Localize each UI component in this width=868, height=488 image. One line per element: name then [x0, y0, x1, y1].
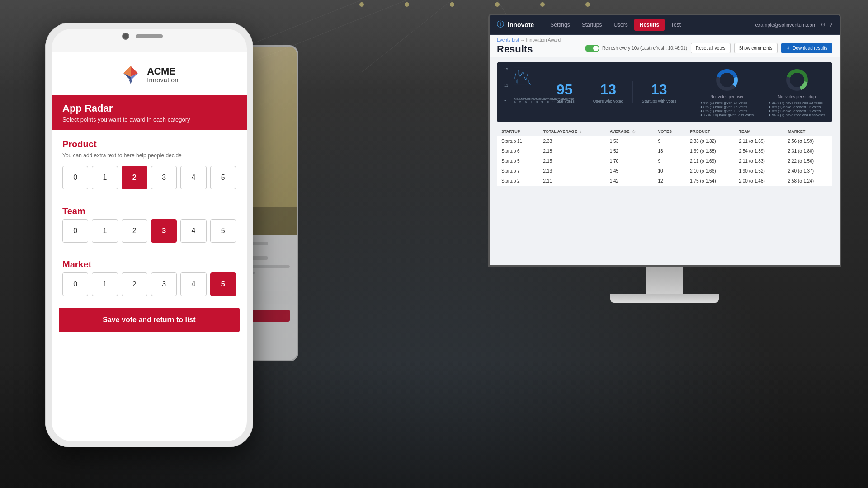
stats-panel: 15 11 7: [497, 62, 832, 122]
col-product[interactable]: PRODUCT: [685, 127, 734, 136]
categories-list: Product You can add extra text to here h…: [52, 130, 247, 441]
help-icon[interactable]: ?: [830, 22, 832, 28]
monitor-stand-neck: [646, 267, 683, 294]
product-vote-4[interactable]: 4: [180, 166, 206, 189]
votes-per-user-bullets: ● 6% (1) have given 17 votes ● 8% (1) ha…: [700, 101, 754, 117]
product-vote-5[interactable]: 5: [210, 166, 236, 189]
col-team[interactable]: TEAM: [734, 127, 783, 136]
monitor-device: ⓘ innovote Settings Startups Users Resul…: [488, 14, 841, 303]
avg: 1.52: [605, 146, 654, 156]
svg-point-8: [540, 2, 545, 7]
market-score: 2.40 (σ 1.37): [783, 166, 832, 176]
team-score: 2.00 (σ 1.48): [734, 176, 783, 186]
refresh-toggle-area: Refresh every 10s (Last refresh: 10:46:0…: [585, 45, 687, 52]
table-row: Startup 6 2.18 1.52 13 1.69 (σ 1.38) 2.5…: [497, 146, 832, 156]
monitor-stand-base: [610, 294, 719, 303]
total-avg: 2.11: [539, 176, 605, 186]
svg-point-7: [495, 2, 500, 7]
users-voted-label: Users who voted: [593, 99, 623, 103]
save-vote-button[interactable]: Save vote and return to list: [59, 308, 240, 332]
product-vote-2[interactable]: 2: [122, 166, 147, 189]
innovote-icon: ⓘ: [497, 20, 504, 29]
avg: 1.45: [605, 166, 654, 176]
votes: 9: [654, 136, 686, 146]
line-chart: 15 11 7: [504, 67, 531, 103]
market-vote-3[interactable]: 3: [151, 272, 177, 296]
app-subtitle: Select points you want to award in each …: [62, 116, 236, 123]
avg: 1.53: [605, 136, 654, 146]
market-score: 2.56 (σ 1.59): [783, 136, 832, 146]
nav-test[interactable]: Test: [665, 19, 686, 31]
market-vote-2[interactable]: 2: [122, 272, 147, 296]
phone-device: ACME Innovation App Radar Select points …: [45, 23, 253, 447]
team-vote-0[interactable]: 0: [62, 219, 88, 243]
nav-user-area: example@solinventum.com ⊙ ?: [755, 22, 832, 28]
col-average[interactable]: AVERAGE ◇: [605, 127, 654, 136]
nav-results[interactable]: Results: [634, 19, 665, 31]
startups-votes-value: 13: [642, 81, 676, 98]
show-comments-button[interactable]: Show comments: [734, 43, 778, 53]
page-title: Results: [497, 43, 561, 55]
download-results-button[interactable]: ⬇ Download results: [781, 43, 833, 53]
votes-per-startup-label: No. votes per startup: [778, 94, 816, 99]
svg-point-4: [359, 2, 364, 7]
acme-tagline: Innovation: [147, 76, 179, 84]
logo-area: ACME Innovation: [52, 52, 247, 95]
nav-users[interactable]: Users: [608, 19, 633, 31]
team-vote-4[interactable]: 4: [180, 219, 206, 243]
votes-per-startup-stat: No. votes per startup ● 31% (4) have rec…: [761, 67, 825, 117]
col-total-avg[interactable]: TOTAL AVERAGE ↕: [539, 127, 605, 136]
product-vote-0[interactable]: 0: [62, 166, 88, 189]
refresh-toggle[interactable]: [585, 45, 599, 52]
startup-name: Startup 5: [497, 156, 539, 166]
product-vote-buttons: 0 1 2 3 4 5: [62, 166, 236, 189]
reset-votes-button[interactable]: Reset all votes: [691, 43, 731, 53]
team-vote-5[interactable]: 5: [210, 219, 236, 243]
user-email: example@solinventum.com: [755, 22, 816, 28]
col-market[interactable]: MARKET: [783, 127, 832, 136]
app-header: App Radar Select points you want to awar…: [52, 95, 247, 130]
user-icon[interactable]: ⊙: [821, 22, 825, 28]
svg-point-5: [405, 2, 409, 7]
breadcrumb: Events List → Innovation Award: [497, 38, 561, 42]
results-table-container: STARTUP TOTAL AVERAGE ↕ AVERAGE ◇ VOTES …: [497, 127, 832, 186]
table-row: Startup 2 2.11 1.42 12 1.75 (σ 1.54) 2.0…: [497, 176, 832, 186]
breadcrumb-parent[interactable]: Events List: [497, 38, 519, 42]
product-score: 2.33 (σ 1.32): [685, 136, 734, 146]
results-table: STARTUP TOTAL AVERAGE ↕ AVERAGE ◇ VOTES …: [497, 127, 832, 186]
users-voted-value: 13: [593, 81, 623, 98]
acme-name: ACME: [147, 66, 179, 76]
phone-camera: [122, 33, 129, 40]
startup-name: Startup 11: [497, 136, 539, 146]
team-score: 2.11 (σ 1.83): [734, 156, 783, 166]
product-vote-1[interactable]: 1: [92, 166, 118, 189]
product-category: Product You can add extra text to here h…: [52, 130, 247, 197]
market-vote-0[interactable]: 0: [62, 272, 88, 296]
votes: 10: [654, 166, 686, 176]
total-avg: 2.15: [539, 156, 605, 166]
product-score: 2.11 (σ 1.69): [685, 156, 734, 166]
users-voted-stat: 13 Users who voted: [584, 81, 633, 103]
product-score: 1.69 (σ 1.38): [685, 146, 734, 156]
team-vote-buttons: 0 1 2 3 4 5: [62, 219, 236, 243]
product-desc: You can add extra text to here help peop…: [62, 152, 236, 159]
votes-per-startup-bullets: ● 31% (4) have received 13 votes ● 8% (1…: [769, 101, 825, 117]
svg-marker-14: [129, 80, 132, 84]
market-score: 2.22 (σ 1.56): [783, 156, 832, 166]
col-startup[interactable]: STARTUP: [497, 127, 539, 136]
market-vote-1[interactable]: 1: [92, 272, 118, 296]
product-score: 2.10 (σ 1.66): [685, 166, 734, 176]
table-header-row: STARTUP TOTAL AVERAGE ↕ AVERAGE ◇ VOTES …: [497, 127, 832, 136]
team-vote-1[interactable]: 1: [92, 219, 118, 243]
team-score: 1.90 (σ 1.52): [734, 166, 783, 176]
team-vote-3[interactable]: 3: [151, 219, 177, 243]
product-vote-3[interactable]: 3: [151, 166, 177, 189]
market-vote-4[interactable]: 4: [180, 272, 206, 296]
col-votes[interactable]: VOTES: [654, 127, 686, 136]
market-vote-5[interactable]: 5: [210, 272, 236, 296]
nav-startups[interactable]: Startups: [576, 19, 608, 31]
product-title: Product: [62, 139, 236, 150]
votes: 12: [654, 176, 686, 186]
nav-settings[interactable]: Settings: [545, 19, 575, 31]
team-vote-2[interactable]: 2: [122, 219, 147, 243]
